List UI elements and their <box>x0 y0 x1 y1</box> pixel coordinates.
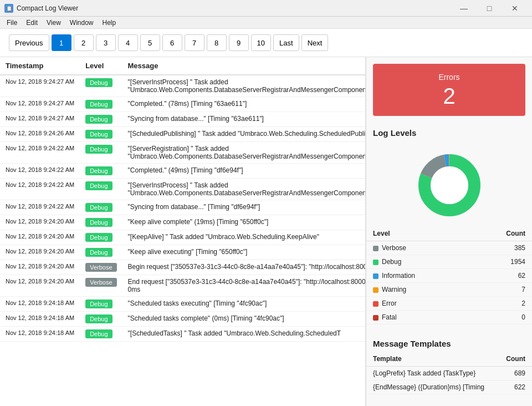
level-color-dot <box>373 273 378 279</box>
level-badge: Debug <box>85 300 112 308</box>
titlebar-left: 📋 Compact Log Viewer <box>4 4 78 13</box>
table-row[interactable]: Nov 12, 2018 9:24:20 AMVerboseEnd reques… <box>0 275 366 297</box>
level-count-cell: 62 <box>470 269 532 283</box>
level-color-dot <box>373 301 378 307</box>
level-count-cell: 0 <box>470 311 532 324</box>
app-container: Previous 1 2 3 4 5 6 7 8 9 10 Last Next … <box>0 29 532 406</box>
app-title: Compact Log Viewer <box>17 4 78 12</box>
page-button-9[interactable]: 9 <box>229 34 249 51</box>
minimize-button[interactable]: — <box>451 0 477 17</box>
last-button[interactable]: Last <box>273 34 299 51</box>
level-name-cell: Information <box>366 269 470 283</box>
cell-level: Debug <box>80 215 122 230</box>
page-button-10[interactable]: 10 <box>251 34 271 51</box>
level-name-cell: Verbose <box>366 241 470 255</box>
cell-message: "Completed." (49ms) [Timing "df6e94f"] <box>122 164 366 179</box>
table-row[interactable]: Nov 12, 2018 9:24:20 AMDebug"Keep alive … <box>0 245 366 260</box>
menu-help[interactable]: Help <box>98 18 121 28</box>
cell-level: Verbose <box>80 260 122 275</box>
col-header-message: Message <box>122 57 366 75</box>
cell-timestamp: Nov 12, 2018 9:24:20 AM <box>0 245 80 260</box>
page-button-5[interactable]: 5 <box>140 34 160 51</box>
pagination-bar: Previous 1 2 3 4 5 6 7 8 9 10 Last Next <box>0 29 532 57</box>
cell-message: "[ServerInstProcess] " Task added "Umbra… <box>122 179 366 200</box>
level-badge: Verbose <box>85 263 116 272</box>
close-button[interactable]: ✕ <box>502 0 528 17</box>
table-row[interactable]: Nov 12, 2018 9:24:27 AMDebug"Syncing fro… <box>0 112 366 127</box>
template-count-cell: 689 <box>498 367 532 380</box>
level-count-cell: 7 <box>470 283 532 297</box>
cell-message: "[KeepAlive] " Task added "Umbraco.Web.S… <box>122 230 366 245</box>
titlebar: 📋 Compact Log Viewer — □ ✕ <box>0 0 532 17</box>
table-row[interactable]: Nov 12, 2018 9:24:18 AMDebug"Scheduled t… <box>0 312 366 327</box>
page-button-8[interactable]: 8 <box>207 34 227 51</box>
level-name-cell: Warning <box>366 283 470 297</box>
level-count-cell: 2 <box>470 297 532 311</box>
log-levels-section: Log Levels <box>366 123 532 324</box>
page-button-7[interactable]: 7 <box>185 34 204 51</box>
page-button-6[interactable]: 6 <box>162 34 182 51</box>
cell-timestamp: Nov 12, 2018 9:24:26 AM <box>0 127 80 142</box>
table-row[interactable]: Nov 12, 2018 9:24:18 AMDebug"Scheduled t… <box>0 297 366 312</box>
table-row[interactable]: Nov 12, 2018 9:24:22 AMDebug"[ServerInst… <box>0 179 366 200</box>
page-button-4[interactable]: 4 <box>118 34 138 51</box>
level-badge: Debug <box>85 100 112 109</box>
table-row[interactable]: Nov 12, 2018 9:24:22 AMDebug"Syncing fro… <box>0 200 366 215</box>
cell-message: "Completed." (78ms) [Timing "63ae611"] <box>122 97 366 112</box>
page-button-1[interactable]: 1 <box>52 34 71 51</box>
cell-message: Begin request ["350537e3-31c3-44c0-8c8e-… <box>122 260 366 275</box>
menu-view[interactable]: View <box>42 18 65 28</box>
cell-timestamp: Nov 12, 2018 9:24:27 AM <box>0 112 80 127</box>
list-item: {EndMessage} ({Duration}ms) [Timing622 <box>366 380 532 394</box>
cell-message: End request ["350537e3-31c3-44c0-8c8e-a1… <box>122 275 366 297</box>
level-badge: Debug <box>85 130 112 139</box>
menu-window[interactable]: Window <box>65 18 98 28</box>
table-row[interactable]: Nov 12, 2018 9:24:22 AMDebug"[ServerRegi… <box>0 142 366 164</box>
svg-point-5 <box>431 166 468 204</box>
maximize-button[interactable]: □ <box>477 0 502 17</box>
cell-message: "Syncing from database..." [Timing "df6e… <box>122 200 366 215</box>
list-item: Verbose385 <box>366 241 532 255</box>
cell-level: Debug <box>80 112 122 127</box>
page-button-2[interactable]: 2 <box>74 34 94 51</box>
right-panel: Errors 2 Log Levels <box>366 57 532 406</box>
cell-timestamp: Nov 12, 2018 9:24:22 AM <box>0 142 80 164</box>
log-table: Timestamp Level Message Nov 12, 2018 9:2… <box>0 57 366 342</box>
cell-timestamp: Nov 12, 2018 9:24:18 AM <box>0 297 80 312</box>
table-row[interactable]: Nov 12, 2018 9:24:27 AMDebug"[ServerInst… <box>0 75 366 97</box>
table-row[interactable]: Nov 12, 2018 9:24:20 AMDebug"Keep alive … <box>0 215 366 230</box>
levels-col-count: Count <box>470 226 532 241</box>
level-count-cell: 385 <box>470 241 532 255</box>
levels-table: Level Count Verbose385Debug1954Informati… <box>366 226 532 324</box>
table-row[interactable]: Nov 12, 2018 9:24:26 AMDebug"[ScheduledP… <box>0 127 366 142</box>
col-header-level: Level <box>80 57 122 75</box>
cell-timestamp: Nov 12, 2018 9:24:18 AM <box>0 312 80 327</box>
table-row[interactable]: Nov 12, 2018 9:24:20 AMDebug"[KeepAlive]… <box>0 230 366 245</box>
level-color-dot <box>373 260 378 265</box>
cell-message: "[ServerInstProcess] " Task added "Umbra… <box>122 75 366 97</box>
table-row[interactable]: Nov 12, 2018 9:24:27 AMDebug"Completed."… <box>0 97 366 112</box>
table-row[interactable]: Nov 12, 2018 9:24:18 AMDebug"[ScheduledT… <box>0 327 366 342</box>
levels-col-level: Level <box>366 226 470 241</box>
previous-button[interactable]: Previous <box>9 34 49 51</box>
level-color-dot <box>373 246 378 251</box>
cell-timestamp: Nov 12, 2018 9:24:27 AM <box>0 75 80 97</box>
table-row[interactable]: Nov 12, 2018 9:24:20 AMVerboseBegin requ… <box>0 260 366 275</box>
level-badge: Debug <box>85 248 112 257</box>
log-panel[interactable]: Timestamp Level Message Nov 12, 2018 9:2… <box>0 57 366 406</box>
errors-title: Errors <box>382 73 516 82</box>
level-badge: Debug <box>85 145 112 154</box>
page-button-3[interactable]: 3 <box>96 34 116 51</box>
menu-file[interactable]: File <box>2 18 22 28</box>
donut-chart-container <box>366 141 532 226</box>
next-button[interactable]: Next <box>301 34 329 51</box>
menu-edit[interactable]: Edit <box>22 18 42 28</box>
cell-timestamp: Nov 12, 2018 9:24:20 AM <box>0 215 80 230</box>
level-name-cell: Fatal <box>366 311 470 324</box>
level-badge: Debug <box>85 203 112 212</box>
cell-message: "Keep alive executing" [Timing "650ff0c"… <box>122 245 366 260</box>
list-item: Debug1954 <box>366 255 532 269</box>
cell-level: Debug <box>80 179 122 200</box>
table-row[interactable]: Nov 12, 2018 9:24:22 AMDebug"Completed."… <box>0 164 366 179</box>
templates-col-template: Template <box>366 352 498 367</box>
